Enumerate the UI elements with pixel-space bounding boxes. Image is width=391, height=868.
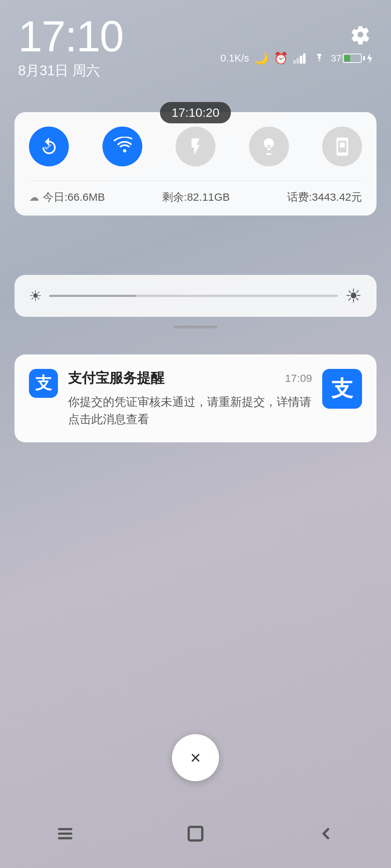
notif-big-icon-text: 支 [331, 374, 353, 404]
svg-rect-2 [300, 56, 302, 64]
notif-content: 支付宝服务提醒 17:09 你提交的凭证审核未通过，请重新提交，详情请点击此消息… [68, 369, 312, 428]
hamburger-icon [56, 825, 74, 843]
notif-big-icon: 支 [322, 369, 362, 409]
notif-app-icon-text: 支 [35, 372, 52, 395]
gear-icon [350, 25, 370, 44]
clock: 17:10 [18, 14, 123, 58]
notification-card[interactable]: 支 支付宝服务提醒 17:09 你提交的凭证审核未通过，请重新提交，详情请点击此… [14, 354, 377, 442]
wifi-quick-icon [112, 137, 132, 157]
notif-body: 你提交的凭证审核未通过，请重新提交，详情请点击此消息查看 [68, 393, 312, 428]
close-notifications-button[interactable]: × [172, 734, 219, 781]
notif-header: 支付宝服务提醒 17:09 [68, 369, 312, 387]
status-bar: 17:10 8月31日 周六 0.1K/s 🌙 ⏰ [0, 0, 391, 87]
network-speed: 0.1K/s [220, 52, 249, 64]
date: 8月31日 周六 [18, 61, 123, 80]
battery-tip [363, 56, 365, 60]
screenshot-icon [332, 137, 352, 157]
square-icon [186, 825, 205, 843]
balance-label: 话费:3443.42元 [287, 190, 362, 205]
time-badge: 17:10:20 [160, 102, 231, 123]
rotate-button[interactable] [29, 127, 69, 166]
signal-icon [293, 53, 308, 64]
remaining-label: 剩余:82.11GB [162, 190, 230, 205]
svg-rect-5 [340, 142, 345, 148]
do-not-disturb-icon: 🌙 [254, 51, 269, 65]
rotate-icon [39, 137, 59, 157]
svg-rect-1 [297, 58, 299, 64]
nav-back-button[interactable] [311, 823, 340, 844]
settings-button[interactable] [348, 22, 373, 47]
torch-icon [259, 137, 279, 157]
nav-menu-button[interactable] [51, 823, 80, 844]
svg-rect-9 [189, 827, 202, 841]
brightness-low-icon: ☀ [29, 288, 42, 304]
brightness-panel: ☀ ☀ [14, 275, 377, 317]
charging-icon [366, 53, 373, 63]
svg-marker-4 [367, 53, 372, 63]
flash-button[interactable] [176, 127, 215, 166]
back-arrow-icon [317, 825, 335, 843]
brightness-slider[interactable] [49, 295, 338, 297]
data-usage-row: ☁ 今日:66.6MB 剩余:82.11GB 话费:3443.42元 [29, 190, 362, 205]
flash-icon [186, 137, 206, 157]
data-usage-label: 今日:66.6MB [43, 190, 105, 205]
quick-buttons-row [29, 127, 362, 166]
screenshot-button[interactable] [322, 127, 362, 166]
notif-title: 支付宝服务提醒 [68, 369, 164, 387]
divider [29, 181, 362, 181]
drag-handle[interactable] [174, 326, 217, 328]
torch-button[interactable] [249, 127, 289, 166]
svg-rect-3 [303, 54, 306, 64]
svg-rect-0 [293, 60, 296, 64]
wifi-icon [313, 53, 326, 64]
nav-bar [0, 810, 391, 868]
battery-level: 37 [331, 53, 341, 64]
close-icon: × [190, 749, 201, 767]
brightness-high-icon: ☀ [345, 285, 362, 307]
wifi-quick-button[interactable] [102, 127, 142, 166]
cloud-icon: ☁ [29, 191, 39, 203]
data-usage-item: ☁ 今日:66.6MB [29, 190, 105, 205]
battery-fill [344, 55, 350, 61]
notif-time: 17:09 [285, 372, 312, 384]
time-date-group: 17:10 8月31日 周六 [18, 14, 123, 80]
status-icons-row: 0.1K/s 🌙 ⏰ 37 [220, 51, 373, 65]
alarm-icon: ⏰ [274, 51, 288, 65]
status-right-group: 0.1K/s 🌙 ⏰ 37 [220, 22, 373, 65]
nav-home-button[interactable] [181, 823, 210, 844]
brightness-fill [49, 295, 136, 297]
notif-app-icon: 支 [29, 369, 58, 398]
battery-indicator: 37 [331, 53, 373, 64]
quick-settings-panel: 17:10:20 [14, 112, 377, 216]
battery-body [343, 54, 362, 63]
